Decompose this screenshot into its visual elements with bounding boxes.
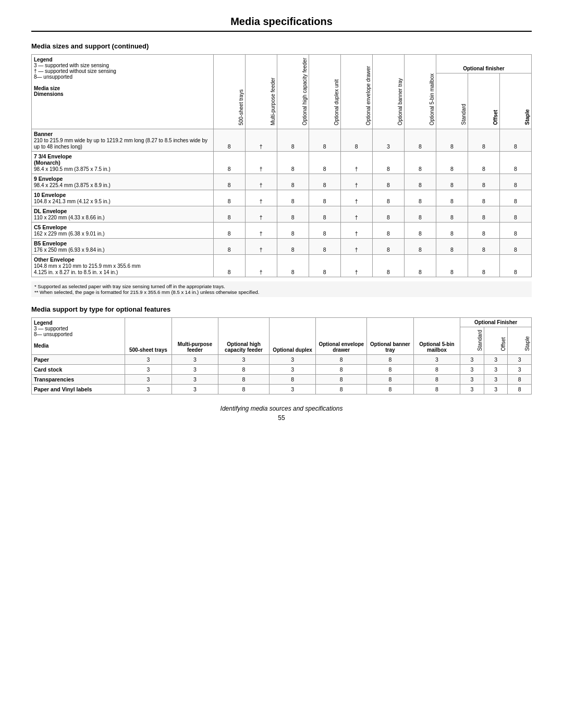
row-val-cell: 8 (468, 206, 499, 222)
row-val-cell: 8 (508, 375, 532, 385)
row-val-cell: 8 (436, 238, 468, 254)
legend2-title: Legend (34, 320, 123, 326)
legend2-line2: 8— unsupported (34, 331, 123, 337)
table-row: Banner210 to 215.9 mm wide by up to 1219… (32, 129, 532, 151)
table1: Legend 3 — supported with size sensing †… (31, 54, 532, 277)
row-val-cell: 8 (218, 375, 270, 385)
row-val-cell: 8 (404, 151, 436, 174)
row-name-cell: 7 3/4 Envelope(Monarch)98.4 x 190.5 mm (… (32, 151, 214, 174)
col-header-offset: Offset (468, 73, 499, 129)
legend1-line5: Dimensions (34, 91, 64, 97)
legend1-line4: Media size (34, 85, 60, 91)
row-val-cell: 3 (172, 365, 218, 375)
row-val-cell: † (245, 206, 277, 222)
footnote1: * Supported as selected paper with tray … (34, 283, 529, 289)
t2-col-duplex: Optional duplex (269, 317, 316, 355)
row-val-cell: 3 (484, 365, 508, 375)
table-row: 10 Envelope104.8 x 241.3 mm (4.12 x 9.5 … (32, 190, 532, 206)
row-val-cell: † (245, 190, 277, 206)
row-val-cell: 8 (372, 190, 404, 206)
row-val-cell: 8 (413, 365, 460, 375)
row-val-cell: 8 (404, 238, 436, 254)
row-val-cell: 8 (316, 355, 367, 365)
row-val-cell: 8 (404, 222, 436, 238)
row-val-cell: 8 (372, 174, 404, 190)
col-header-5bin: Optional 5-bin mailbox (404, 55, 436, 129)
row-val-cell: 8 (436, 254, 468, 277)
row-val-cell: 8 (277, 254, 309, 277)
row-val-cell: 8 (372, 206, 404, 222)
row-val-cell: 8 (309, 254, 340, 277)
row-val-cell: 8 (218, 365, 270, 375)
row-val-cell: 3 (460, 355, 484, 365)
row-val-cell: 8 (468, 190, 499, 206)
row-val-cell: 3 (508, 355, 532, 365)
table-row: 9 Envelope98.4 x 225.4 mm (3.875 x 8.9 i… (32, 174, 532, 190)
row-name-cell: Card stock (32, 365, 125, 375)
row-val-cell: 3 (484, 375, 508, 385)
row-val-cell: 8 (372, 222, 404, 238)
row-val-cell: 8 (309, 222, 340, 238)
row-val-cell: 3 (413, 355, 460, 365)
t2-col-multipurpose: Multi-purpose feeder (172, 317, 218, 355)
row-name-cell: Banner210 to 215.9 mm wide by up to 1219… (32, 129, 214, 151)
row-val-cell: 8 (367, 375, 414, 385)
row-val-cell: 8 (218, 385, 270, 394)
row-val-cell: 8 (213, 238, 245, 254)
row-val-cell: 8 (372, 151, 404, 174)
row-val-cell: † (245, 254, 277, 277)
row-val-cell: † (245, 222, 277, 238)
row-val-cell: 8 (277, 222, 309, 238)
row-val-cell: 3 (125, 375, 172, 385)
row-val-cell: 8 (316, 375, 367, 385)
row-val-cell: 8 (404, 129, 436, 151)
row-val-cell: † (245, 151, 277, 174)
t2-col-standard: Standard (460, 327, 484, 355)
row-val-cell: 8 (213, 129, 245, 151)
row-val-cell: 8 (499, 206, 531, 222)
row-val-cell: 8 (277, 151, 309, 174)
row-val-cell: 3 (269, 355, 316, 365)
row-val-cell: 8 (213, 222, 245, 238)
col-header-banner: Optional banner tray (372, 55, 404, 129)
row-val-cell: † (340, 238, 372, 254)
table-row: C5 Envelope162 x 229 mm (6.38 x 9.01 in.… (32, 222, 532, 238)
legend2-media: Media (34, 343, 48, 349)
row-val-cell: 8 (372, 238, 404, 254)
optional-finisher-header: Optional finisher (436, 55, 531, 73)
table-row: 7 3/4 Envelope(Monarch)98.4 x 190.5 mm (… (32, 151, 532, 174)
row-val-cell: 3 (508, 365, 532, 375)
col-header-multipurpose: Multi-purpose feeder (245, 55, 277, 129)
legend1-line1: 3 — supported with size sensing (34, 63, 211, 68)
table-row: DL Envelope110 x 220 mm (4.33 x 8.66 in.… (32, 206, 532, 222)
row-val-cell: 3 (484, 355, 508, 365)
row-val-cell: † (340, 206, 372, 222)
row-val-cell: 8 (213, 190, 245, 206)
row-val-cell: 3 (460, 375, 484, 385)
row-val-cell: 8 (316, 385, 367, 394)
row-val-cell: 8 (436, 222, 468, 238)
row-name-cell: 10 Envelope104.8 x 241.3 mm (4.12 x 9.5 … (32, 190, 214, 206)
t2-col-500sheet: 500-sheet trays (125, 317, 172, 355)
row-val-cell: 8 (436, 174, 468, 190)
row-val-cell: 8 (367, 355, 414, 365)
row-val-cell: 8 (413, 375, 460, 385)
row-val-cell: 8 (436, 129, 468, 151)
legend2-line1: 3 — supported (34, 326, 123, 331)
row-name-cell: Paper and Vinyl labels (32, 385, 125, 394)
row-val-cell: 8 (436, 151, 468, 174)
row-val-cell: 8 (468, 222, 499, 238)
page-title: Media specifications (31, 16, 532, 28)
row-val-cell: 8 (309, 238, 340, 254)
col-header-staple: Staple (499, 73, 531, 129)
row-name-cell: C5 Envelope162 x 229 mm (6.38 x 9.01 in.… (32, 222, 214, 238)
row-val-cell: 3 (269, 365, 316, 375)
t2-col-envelope: Optional envelope drawer (316, 317, 367, 355)
row-val-cell: 8 (309, 190, 340, 206)
table2: Legend 3 — supported 8— unsupported Medi… (31, 317, 532, 395)
legend1-line2: † — supported without size sensing (34, 68, 211, 74)
table-row: Card stock3383888333 (32, 365, 532, 375)
row-val-cell: 8 (372, 254, 404, 277)
row-val-cell: 3 (372, 129, 404, 151)
row-val-cell: † (245, 174, 277, 190)
